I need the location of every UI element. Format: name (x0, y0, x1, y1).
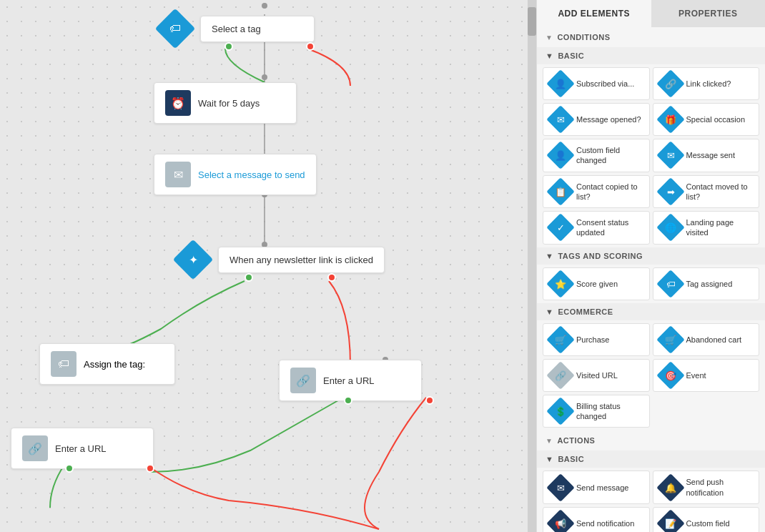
svg-point-1 (262, 74, 267, 80)
ecommerce-elements-grid: 🛒 Purchase 🛒 Abandoned cart 🔗 Visited UR… (537, 320, 765, 431)
star-icon: ✦ (189, 253, 198, 267)
tags-scoring-header[interactable]: ▼ TAGS AND SCORING (537, 247, 765, 265)
subscribed-icon: 👤 (546, 69, 575, 98)
event-label: Event (686, 370, 706, 380)
elem-abandoned-cart[interactable]: 🛒 Abandoned cart (653, 323, 760, 356)
billing-icon: 💲 (546, 397, 575, 425)
tab-add-elements[interactable]: ADD ELEMENTS (537, 0, 651, 27)
tab-properties[interactable]: PROPERTIES (651, 0, 766, 27)
tag-assigned-label: Tag assigned (686, 279, 733, 289)
conditions-section-header[interactable]: ▼ CONDITIONS (537, 27, 765, 47)
actions-basic-arrow: ▼ (546, 455, 553, 463)
score-icon: ⭐ (546, 270, 575, 298)
abandoned-cart-icon: 🛒 (656, 325, 685, 354)
notification-icon: 📢 (546, 509, 575, 532)
landing-label: Landing page visited (686, 217, 752, 238)
actions-basic-grid: ✉ Send message 🔔 Send push notification … (537, 468, 765, 532)
elem-send-push[interactable]: 🔔 Send push notification (653, 471, 760, 504)
visited-url-label: Visited URL (576, 370, 618, 380)
score-label: Score given (576, 279, 618, 289)
tag-node-icon: 🏷 (51, 351, 76, 377)
enter-url-node-2[interactable]: 🔗 Enter a URL (11, 428, 154, 469)
custom-field-action-icon: 📝 (656, 509, 685, 532)
abandoned-cart-label: Abandoned cart (686, 335, 742, 345)
copy-icon: 📋 (546, 177, 575, 206)
elem-subscribed-via[interactable]: 👤 Subscribed via... (543, 67, 650, 100)
msg-opened-icon: ✉ (546, 105, 575, 134)
conditions-label: CONDITIONS (557, 33, 610, 41)
right-panel: ADD ELEMENTS PROPERTIES ▼ CONDITIONS ▼ B… (536, 0, 765, 532)
push-notif-icon: 🔔 (656, 473, 685, 502)
elem-visited-url[interactable]: 🔗 Visited URL (543, 359, 650, 392)
actions-label: ACTIONS (557, 436, 595, 445)
elem-consent-status[interactable]: ✓ Consent status updated (543, 211, 650, 245)
enter-url-node-1[interactable]: 🔗 Enter a URL (279, 360, 422, 401)
elem-contact-copied[interactable]: 📋 Contact copied to list? (543, 175, 650, 209)
select-message-node[interactable]: ✉ Select a message to send (154, 154, 317, 195)
purchase-icon: 🛒 (546, 325, 575, 354)
contact-moved-label: Contact moved to list? (686, 182, 752, 202)
elem-send-notification[interactable]: 📢 Send notification (543, 507, 650, 532)
scroll-thumb[interactable] (528, 7, 536, 36)
landing-icon: 🌐 (656, 214, 685, 242)
subscribed-label: Subscribed via... (576, 79, 634, 89)
move-icon: ➡ (656, 177, 685, 206)
green-conn-url1 (344, 396, 352, 405)
elem-custom-field-action[interactable]: 📝 Custom field (653, 507, 760, 532)
tag-icon: 🏷 (169, 22, 181, 35)
wait-node[interactable]: ⏰ Wait for 5 days (154, 82, 297, 124)
actions-section-header[interactable]: ▼ ACTIONS (537, 430, 765, 450)
tags-arrow: ▼ (546, 252, 553, 260)
link-clicked-icon: 🔗 (656, 69, 685, 98)
assign-tag-node[interactable]: 🏷 Assign the tag: (39, 343, 175, 385)
canvas-scrollbar[interactable] (528, 0, 536, 532)
clock-icon: ⏰ (165, 90, 191, 116)
red-conn-url1 (425, 396, 434, 405)
elem-contact-moved[interactable]: ➡ Contact moved to list? (653, 175, 760, 209)
special-label: Special occasion (686, 114, 746, 124)
elem-message-sent[interactable]: ✉ Message sent (653, 139, 760, 172)
elem-score-given[interactable]: ⭐ Score given (543, 267, 650, 300)
actions-arrow: ▼ (546, 437, 553, 445)
link-clicked-node[interactable]: ✦ When any newsletter link is clicked (175, 242, 385, 277)
select-tag-node[interactable]: 🏷 Select a tag (157, 11, 315, 46)
send-notif-label: Send notification (576, 518, 634, 528)
green-connector-2 (245, 273, 253, 282)
enter-url-2-label: Enter a URL (55, 443, 107, 454)
red-connector (306, 42, 315, 51)
consent-label: Consent status updated (576, 217, 642, 238)
basic-arrow: ▼ (546, 51, 553, 60)
actions-basic-header[interactable]: ▼ BASIC (537, 450, 765, 468)
elem-purchase[interactable]: 🛒 Purchase (543, 323, 650, 356)
ecommerce-header[interactable]: ▼ ECOMMERCE (537, 303, 765, 320)
select-message-label: Select a message to send (198, 169, 305, 180)
ecommerce-label: ECOMMERCE (558, 307, 613, 316)
elem-message-opened[interactable]: ✉ Message opened? (543, 103, 650, 136)
wait-label: Wait for 5 days (198, 98, 260, 109)
elem-link-clicked[interactable]: 🔗 Link clicked? (653, 67, 760, 100)
elem-send-message[interactable]: ✉ Send message (543, 471, 650, 504)
send-push-label: Send push notification (686, 477, 752, 498)
consent-icon: ✓ (546, 214, 575, 242)
billing-label: Billing status changed (576, 401, 642, 422)
conditions-arrow: ▼ (546, 34, 553, 41)
basic-subsection-header[interactable]: ▼ BASIC (537, 47, 765, 64)
elem-billing-status[interactable]: 💲 Billing status changed (543, 395, 650, 428)
basic-elements-grid: 👤 Subscribed via... 🔗 Link clicked? ✉ Me… (537, 64, 765, 247)
custom-field-icon: 👤 (546, 141, 575, 169)
basic-label: BASIC (558, 51, 584, 60)
contact-copied-label: Contact copied to list? (576, 182, 642, 202)
workflow-canvas[interactable]: 🏷 Select a tag ⏰ Wait for 5 days ✉ Selec… (0, 0, 536, 532)
elem-landing-page[interactable]: 🌐 Landing page visited (653, 211, 760, 245)
elem-tag-assigned[interactable]: 🏷 Tag assigned (653, 267, 760, 300)
panel-tabs: ADD ELEMENTS PROPERTIES (537, 0, 765, 27)
elem-custom-field[interactable]: 👤 Custom field changed (543, 139, 650, 172)
elem-special-occasion[interactable]: 🎁 Special occasion (653, 103, 760, 136)
link-icon-1: 🔗 (290, 368, 316, 393)
envelope-icon: ✉ (165, 162, 191, 187)
ecommerce-arrow: ▼ (546, 307, 553, 316)
actions-basic-label: BASIC (558, 455, 584, 463)
elem-event[interactable]: 🎯 Event (653, 359, 760, 392)
enter-url-1-label: Enter a URL (323, 375, 375, 386)
select-tag-label: Select a tag (212, 24, 261, 34)
